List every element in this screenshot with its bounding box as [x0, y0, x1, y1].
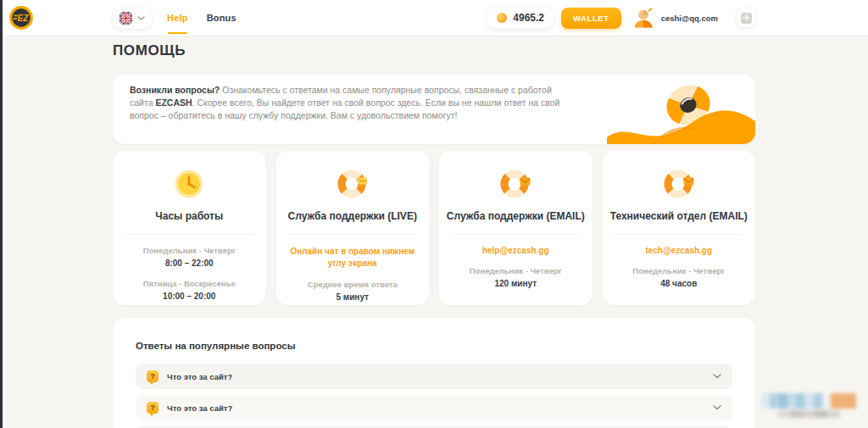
faq-item[interactable]: ? Что это за сайт?: [136, 395, 732, 420]
question-bubble-icon: ?: [147, 402, 159, 414]
chevron-down-icon[interactable]: [713, 405, 721, 410]
balance-value: 4965.2: [513, 12, 544, 24]
svg-text:EZ: EZ: [18, 14, 30, 23]
header-tabs: Help Bonus: [167, 0, 236, 36]
card-support-live: Служба поддержки (LIVE) Онлайн чат в пра…: [276, 151, 430, 305]
response-time-row: Понедельник - Четверг 48 часов: [603, 266, 756, 288]
divider: [125, 234, 254, 235]
lifebuoy-waves-illustration: [607, 75, 755, 144]
logout-button[interactable]: [737, 8, 755, 27]
hours-days: Пятница - Воскресенье: [113, 279, 266, 288]
user-email: ceshi@qq.com: [661, 14, 718, 23]
lifebuoy-mail-icon: [603, 167, 756, 201]
collapsed-sidebar-edge: [0, 0, 3, 428]
card-title: Служба поддержки (LIVE): [276, 210, 430, 222]
question-bubble-icon: ?: [147, 370, 159, 382]
clock-icon: [113, 167, 266, 201]
response-value: 48 часов: [603, 279, 756, 288]
faq-item[interactable]: ? Что это за сайт?: [136, 364, 732, 389]
hours-row: Пятница - Воскресенье 10:00 – 20:00: [113, 279, 266, 301]
live-chat-note: Онлайн чат в правом нижнем углу экрана: [289, 246, 416, 270]
language-dropdown[interactable]: [113, 8, 152, 29]
lifebuoy-mail-icon: [439, 167, 593, 201]
help-intro-banner: Возникли вопросы? Ознакомьтесь с ответам…: [113, 75, 755, 144]
card-title: Часы работы: [113, 210, 266, 222]
faq-heading: Ответы на популярные вопросы: [113, 318, 755, 364]
lifebuoy-chat-icon: [276, 167, 430, 201]
banner-intro-bold: Возникли вопросы?: [130, 85, 220, 95]
faq-list: ? Что это за сайт? ? Что это за сайт? ? …: [113, 364, 755, 428]
balance-pill[interactable]: 4965.2: [487, 7, 554, 29]
card-title: Технический отдел (EMAIL): [603, 210, 756, 222]
hours-time: 8:00 – 22:00: [113, 258, 266, 268]
card-title: Служба поддержки (EMAIL): [439, 210, 593, 222]
response-label: Среднее время ответа: [276, 280, 430, 289]
page-title: ПОМОЩЬ: [113, 42, 186, 59]
hours-row: Понедельник - Четверг 8:00 – 22:00: [113, 246, 266, 268]
account-menu[interactable]: ceshi@qq.com: [632, 7, 718, 29]
tab-help[interactable]: Help: [167, 13, 188, 23]
tech-email-link[interactable]: tech@ezcash.gg: [603, 246, 756, 255]
response-days: Понедельник - Четверг: [603, 266, 756, 275]
banner-text: Возникли вопросы? Ознакомьтесь с ответам…: [130, 84, 562, 122]
support-email-link[interactable]: help@ezcash.gg: [439, 246, 593, 255]
hours-time: 10:00 – 20:00: [113, 292, 266, 301]
card-support-email: Служба поддержки (EMAIL) help@ezcash.gg …: [439, 151, 593, 305]
uk-flag-icon: [120, 12, 132, 25]
divider: [615, 234, 744, 235]
chevron-down-icon: [137, 16, 145, 20]
faq-question: Что это за сайт?: [167, 372, 232, 381]
response-value: 120 минут: [439, 279, 593, 288]
coin-icon: [497, 13, 507, 23]
ezcash-logo[interactable]: EZ: [9, 6, 33, 30]
response-time-row: Понедельник - Четверг 120 минут: [439, 266, 593, 288]
response-days: Понедельник - Четверг: [439, 266, 593, 275]
card-working-hours: Часы работы Понедельник - Четверг 8:00 –…: [113, 151, 266, 305]
avatar: [632, 7, 654, 29]
ezcash-logo-icon: EZ: [9, 6, 33, 30]
faq-question: Что это за сайт?: [167, 403, 232, 413]
top-header: EZ Help Bonus 4: [3, 0, 868, 36]
tab-bonus[interactable]: Bonus: [207, 13, 236, 23]
chevron-down-icon[interactable]: [713, 374, 721, 379]
support-cards: Часы работы Понедельник - Четверг 8:00 –…: [113, 151, 755, 305]
response-time-row: Среднее время ответа 5 минут: [276, 280, 430, 302]
logout-icon: [741, 13, 752, 24]
hours-days: Понедельник - Четверг: [113, 246, 266, 255]
banner-brand-bold: EZCASH: [155, 97, 192, 108]
response-value: 5 минут: [276, 292, 430, 302]
wallet-button[interactable]: WALLET: [561, 8, 621, 29]
divider: [451, 234, 581, 235]
card-tech-email: Технический отдел (EMAIL) tech@ezcash.gg…: [603, 151, 756, 305]
faq-section: Ответы на популярные вопросы ? Что это з…: [113, 318, 755, 428]
blurred-watermark: [761, 393, 856, 418]
banner-text-2: . Скорее всего, Вы найдете ответ на свой…: [130, 97, 559, 120]
divider: [288, 234, 418, 235]
